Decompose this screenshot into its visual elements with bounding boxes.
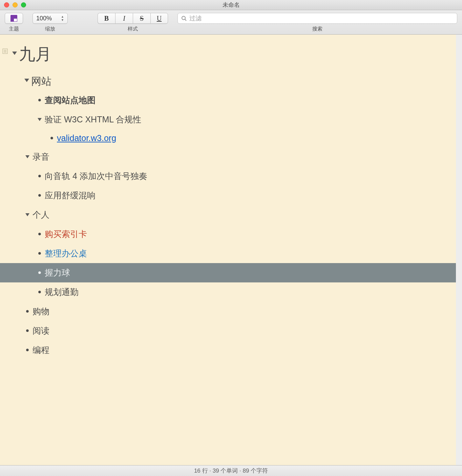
svg-marker-9 <box>25 155 29 158</box>
search-icon <box>181 16 187 21</box>
outline-section-row[interactable]: 网站 <box>22 68 456 91</box>
list-item[interactable]: • 购买索引卡 <box>35 224 456 244</box>
outline-root-row[interactable]: 九月 <box>10 43 456 68</box>
disclosure-triangle-icon[interactable] <box>10 43 19 55</box>
window-title: 未命名 <box>0 1 462 9</box>
svg-line-1 <box>185 19 186 21</box>
item-text[interactable]: 购买索引卡 <box>45 229 87 240</box>
search-placeholder: 过滤 <box>189 14 202 22</box>
item-text[interactable]: 阅读 <box>33 325 49 336</box>
section-title[interactable]: 录音 <box>33 151 49 162</box>
item-text[interactable]: 购物 <box>33 306 49 317</box>
bullet-icon: • <box>35 288 45 296</box>
bullet-icon: • <box>22 327 33 334</box>
bullet-icon: • <box>35 192 45 199</box>
item-text[interactable]: 向音轨 4 添加次中音号独奏 <box>45 171 147 182</box>
list-item[interactable]: • 向音轨 4 添加次中音号独奏 <box>35 166 456 186</box>
list-item[interactable]: • 规划通勤 <box>35 282 456 302</box>
zoom-label: 缩放 <box>45 26 55 32</box>
theme-button[interactable] <box>5 13 23 24</box>
item-text[interactable]: 整理办公桌 <box>45 248 87 259</box>
editor-area[interactable]: 九月 网站 • 查阅站点地图 验证 W3C XHTML 合规性 • valida… <box>0 35 462 465</box>
list-item[interactable]: • 查阅站点地图 <box>35 91 456 110</box>
bold-button[interactable]: B <box>98 13 115 24</box>
bullet-icon: • <box>35 172 45 180</box>
section-title[interactable]: 网站 <box>31 68 51 91</box>
status-bar: 16 行 · 39 个单词 · 89 个字符 <box>0 465 462 476</box>
search-input[interactable]: 过滤 <box>177 13 457 24</box>
zoom-value: 100% <box>36 15 52 22</box>
theme-group: 主题 <box>5 13 23 32</box>
style-group-container: B I S U 样式 <box>98 13 168 32</box>
bullet-icon: • <box>22 308 33 315</box>
item-text[interactable]: 应用舒缓混响 <box>45 190 96 201</box>
bullet-icon: • <box>35 230 45 238</box>
bullet-icon: • <box>35 269 45 276</box>
list-item[interactable]: • 购物 <box>22 302 456 321</box>
disclosure-triangle-icon[interactable] <box>35 118 45 121</box>
theme-label: 主题 <box>9 26 19 32</box>
search-group: 过滤 搜索 <box>177 13 457 32</box>
search-label: 搜索 <box>312 26 322 32</box>
item-text[interactable]: 验证 W3C XHTML 合规性 <box>45 114 141 125</box>
svg-marker-6 <box>12 52 17 55</box>
outline-section-row[interactable]: 个人 <box>22 205 456 224</box>
status-text: 16 行 · 39 个单词 · 89 个字符 <box>194 467 268 475</box>
bullet-icon: • <box>35 96 45 104</box>
list-item[interactable]: 验证 W3C XHTML 合规性 <box>35 110 456 129</box>
svg-marker-10 <box>25 213 29 216</box>
item-text[interactable]: 查阅站点地图 <box>45 95 96 106</box>
section-title[interactable]: 个人 <box>33 209 49 220</box>
selected-row[interactable]: • 握力球 <box>0 263 462 282</box>
zoom-stepper[interactable]: 100% ▲▼ <box>33 13 68 24</box>
item-link[interactable]: validator.w3.org <box>57 133 116 143</box>
italic-button[interactable]: I <box>115 13 133 24</box>
underline-button[interactable]: U <box>150 13 168 24</box>
list-item[interactable]: • 阅读 <box>22 321 456 340</box>
note-margin-icon <box>2 48 8 54</box>
bullet-icon: • <box>47 134 57 142</box>
list-item[interactable]: • validator.w3.org <box>47 129 456 147</box>
bullet-icon: • <box>35 250 45 257</box>
outline-section-row[interactable]: 录音 <box>22 147 456 166</box>
outline-root-title[interactable]: 九月 <box>19 43 51 68</box>
svg-marker-7 <box>24 79 29 82</box>
disclosure-triangle-icon[interactable] <box>22 213 33 216</box>
svg-marker-8 <box>38 118 42 121</box>
item-text[interactable]: 编程 <box>33 344 49 356</box>
style-label: 样式 <box>128 26 138 32</box>
list-item[interactable]: • 编程 <box>22 340 456 360</box>
strike-button[interactable]: S <box>133 13 150 24</box>
svg-point-0 <box>182 16 185 20</box>
zoom-group: 100% ▲▼ 缩放 <box>33 13 68 32</box>
item-text[interactable]: 规划通勤 <box>45 286 79 298</box>
bullet-icon: • <box>22 346 33 354</box>
theme-icon <box>10 15 17 22</box>
stepper-arrows-icon: ▲▼ <box>61 15 64 22</box>
titlebar: 未命名 <box>0 0 462 10</box>
list-item[interactable]: • 整理办公桌 <box>35 244 456 263</box>
list-item[interactable]: • 应用舒缓混响 <box>35 186 456 205</box>
disclosure-triangle-icon[interactable] <box>22 155 33 158</box>
style-group: B I S U <box>98 13 168 24</box>
toolbar: 主题 100% ▲▼ 缩放 B I S U 样式 过滤 搜索 <box>0 10 462 35</box>
disclosure-triangle-icon[interactable] <box>22 68 31 82</box>
list-item[interactable]: • 握力球 <box>35 263 456 282</box>
item-text[interactable]: 握力球 <box>45 267 70 278</box>
